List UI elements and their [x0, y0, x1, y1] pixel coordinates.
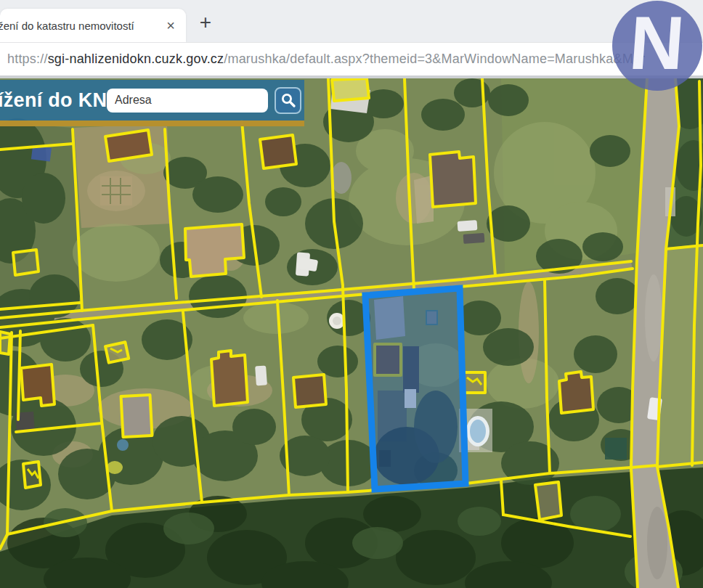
map-header: ížení do KN: [0, 80, 304, 126]
url-domain: sgi-nahlizenidokn.cuzk.gov.cz: [48, 52, 224, 66]
browser-tab[interactable]: ížení do katastru nemovitostí ×: [0, 9, 186, 42]
map-container: ížení do KN: [0, 78, 703, 588]
search-button[interactable]: [275, 87, 301, 114]
browser-window: ížení do katastru nemovitostí × + https:…: [0, 0, 703, 588]
new-tab-button[interactable]: +: [193, 10, 218, 35]
tab-bar: ížení do katastru nemovitostí × +: [0, 0, 703, 42]
url-text: https://sgi-nahlizenidokn.cuzk.gov.cz/ma…: [7, 52, 645, 67]
brand-logo: N: [612, 1, 702, 91]
logo-letter: N: [627, 5, 687, 81]
app-title: ížení do KN: [0, 89, 107, 112]
map-canvas[interactable]: [0, 78, 703, 588]
url-scheme: https://: [7, 52, 48, 66]
url-bar[interactable]: https://sgi-nahlizenidokn.cuzk.gov.cz/ma…: [0, 42, 703, 78]
address-search-input[interactable]: [107, 89, 268, 113]
close-icon[interactable]: ×: [161, 16, 180, 35]
url-path: /marushka/default.aspx?themeid=3&MarWind…: [224, 52, 645, 66]
tab-title: ížení do katastru nemovitostí: [0, 20, 161, 32]
search-icon: [280, 92, 296, 108]
highlighted-parcel[interactable]: [365, 288, 466, 489]
